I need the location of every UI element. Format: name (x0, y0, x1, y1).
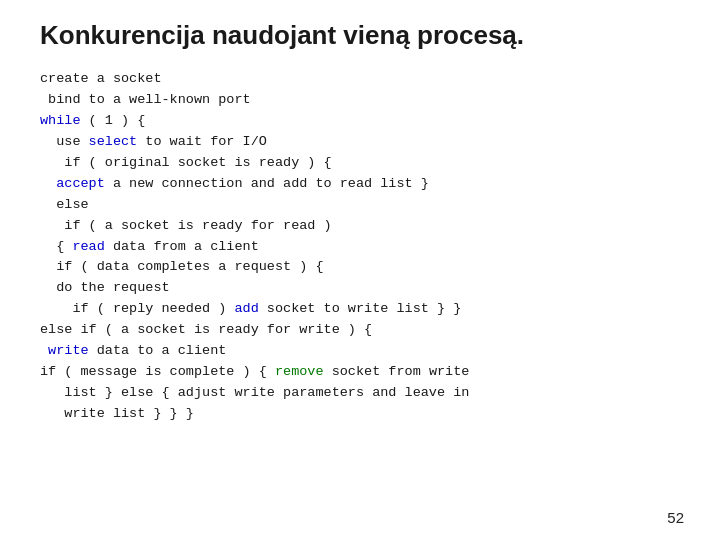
keyword-add: add (234, 301, 258, 316)
code-line-10: if ( data completes a request ) { (40, 257, 680, 278)
code-line-12: if ( reply needed ) add socket to write … (40, 299, 680, 320)
keyword-select: select (89, 134, 138, 149)
code-line-15: if ( message is complete ) { remove sock… (40, 362, 680, 383)
code-line-14: write data to a client (40, 341, 680, 362)
code-line-11: do the request (40, 278, 680, 299)
code-block: create a socket bind to a well-known por… (40, 69, 680, 425)
code-line-17: write list } } } (40, 404, 680, 425)
code-line-13: else if ( a socket is ready for write ) … (40, 320, 680, 341)
code-line-2: bind to a well-known port (40, 90, 680, 111)
code-line-6: accept a new connection and add to read … (40, 174, 680, 195)
code-line-1: create a socket (40, 69, 680, 90)
keyword-read: read (72, 239, 104, 254)
code-line-3: while ( 1 ) { (40, 111, 680, 132)
page: Konkurencija naudojant vieną procesą. cr… (0, 0, 720, 540)
keyword-accept: accept (56, 176, 105, 191)
code-line-5: if ( original socket is ready ) { (40, 153, 680, 174)
code-line-4: use select to wait for I/O (40, 132, 680, 153)
code-line-16: list } else { adjust write parameters an… (40, 383, 680, 404)
code-line-8: if ( a socket is ready for read ) (40, 216, 680, 237)
page-number: 52 (667, 509, 684, 526)
page-title: Konkurencija naudojant vieną procesą. (40, 20, 680, 51)
keyword-remove: remove (275, 364, 324, 379)
keyword-while: while (40, 113, 81, 128)
keyword-write: write (48, 343, 89, 358)
code-line-9: { read data from a client (40, 237, 680, 258)
code-line-7: else (40, 195, 680, 216)
